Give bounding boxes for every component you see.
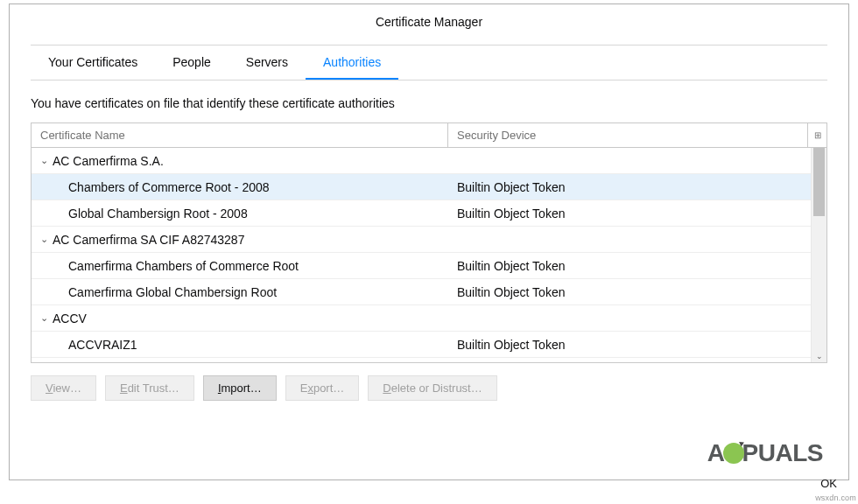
edit-trust-button[interactable]: Edit Trust… — [105, 375, 194, 401]
cert-name: Camerfirma Chambers of Commerce Root — [68, 259, 299, 273]
leaf-icon — [723, 443, 744, 464]
table-row[interactable]: Camerfirma Global Chambersign Root Built… — [32, 279, 826, 305]
tab-bar: Your Certificates People Servers Authori… — [31, 45, 827, 80]
watermark-logo: A PUALS — [707, 439, 823, 467]
chevron-down-icon: ⌄ — [40, 312, 53, 324]
certificate-table: Certificate Name Security Device ⊞ ⌄AC C… — [31, 122, 827, 363]
cert-device: Builtin Object Token — [448, 285, 826, 299]
cert-name: Global Chambersign Root - 2008 — [68, 206, 248, 220]
table-row-group[interactable]: ⌄AC Camerfirma SA CIF A82743287 — [32, 227, 826, 253]
tab-people[interactable]: People — [155, 46, 229, 80]
tab-your-certificates[interactable]: Your Certificates — [31, 46, 155, 80]
table-header: Certificate Name Security Device ⊞ — [32, 123, 826, 148]
chevron-down-icon[interactable]: ⌄ — [812, 352, 826, 360]
vertical-scrollbar[interactable]: ⌄ — [811, 148, 826, 362]
cert-name: Camerfirma Global Chambersign Root — [68, 285, 277, 299]
table-body: ⌄AC Camerfirma S.A. Chambers of Commerce… — [32, 148, 826, 363]
table-row[interactable]: ACCVRAIZ1 Builtin Object Token — [32, 332, 826, 358]
column-header-device[interactable]: Security Device — [448, 123, 807, 147]
table-row[interactable]: Chambers of Commerce Root - 2008 Builtin… — [32, 174, 826, 200]
cert-name: ACCV — [53, 312, 87, 326]
watermark-text-before: A — [707, 439, 725, 467]
cert-device: Builtin Object Token — [448, 206, 826, 220]
tab-servers[interactable]: Servers — [229, 46, 306, 80]
watermark-text-after: PUALS — [742, 439, 823, 467]
column-picker-icon[interactable]: ⊞ — [807, 123, 826, 147]
export-button[interactable]: Export… — [285, 375, 360, 401]
import-button[interactable]: Import… — [203, 375, 277, 401]
delete-button[interactable]: Delete or Distrust… — [368, 375, 496, 401]
scroll-thumb[interactable] — [813, 148, 825, 216]
cert-name: AC Camerfirma SA CIF A82743287 — [53, 233, 244, 247]
cert-name: AC Camerfirma S.A. — [53, 154, 164, 168]
action-buttons: View… Edit Trust… Import… Export… Delete… — [31, 363, 827, 401]
ok-button[interactable]: OK — [812, 473, 846, 494]
table-row-group[interactable]: ⌄ACCV — [32, 305, 826, 332]
certificate-manager-dialog: Certificate Manager Your Certificates Pe… — [9, 4, 849, 480]
table-row[interactable]: Camerfirma Chambers of Commerce Root Bui… — [32, 253, 826, 279]
view-button[interactable]: View… — [31, 375, 96, 401]
cert-name: Chambers of Commerce Root - 2008 — [68, 180, 270, 194]
cert-name: ACCVRAIZ1 — [68, 338, 137, 352]
tab-authorities[interactable]: Authorities — [306, 46, 398, 80]
cert-device: Builtin Object Token — [448, 338, 826, 352]
cert-device: Builtin Object Token — [448, 259, 826, 273]
dialog-title: Certificate Manager — [10, 4, 848, 45]
cert-device: Builtin Object Token — [448, 180, 826, 194]
chevron-down-icon: ⌄ — [40, 234, 53, 245]
table-row-group[interactable]: ⌄AC Camerfirma S.A. — [32, 148, 826, 174]
table-row[interactable]: Global Chambersign Root - 2008 Builtin O… — [32, 200, 826, 227]
source-text: wsxdn.com — [815, 494, 856, 502]
chevron-down-icon: ⌄ — [40, 155, 53, 166]
column-header-name[interactable]: Certificate Name — [32, 123, 448, 147]
tab-description: You have certificates on file that ident… — [31, 80, 827, 122]
dialog-content: Your Certificates People Servers Authori… — [10, 45, 848, 401]
